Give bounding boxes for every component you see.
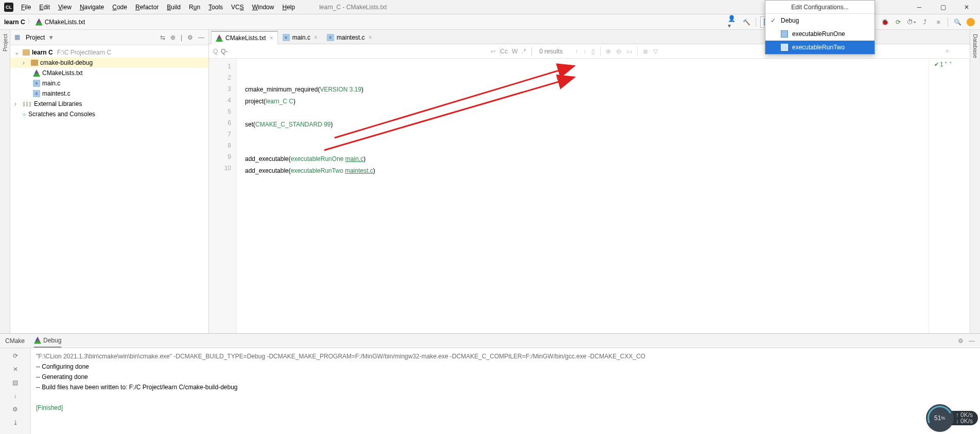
project-tree[interactable]: ⌄ learn C F:\C Project\learn C › cmake-b… — [10, 45, 208, 121]
config-executableruntwo[interactable]: executableRunTwo — [765, 41, 874, 54]
window-close[interactable]: ✕ — [956, 1, 977, 13]
project-icon: ▦ — [14, 33, 23, 42]
debug-icon[interactable]: 🐞 — [880, 17, 890, 27]
edit-configurations-item[interactable]: Edit Configurations... — [765, 1, 874, 14]
tree-scratches[interactable]: ⟐ Scratches and Consoles — [10, 109, 208, 119]
updates-icon[interactable] — [966, 17, 976, 27]
check-icon: ✓ — [771, 17, 777, 24]
tree-root[interactable]: ⌄ learn C F:\C Project\learn C — [10, 47, 208, 58]
select-all-occurrences-icon[interactable]: ▭ — [626, 48, 632, 55]
divider: | — [181, 34, 182, 41]
export-icon[interactable]: ⤓ — [11, 418, 20, 427]
c-file-icon: c — [33, 80, 40, 87]
tab-debug[interactable]: Debug — [34, 334, 61, 348]
stop-icon[interactable]: ■ — [933, 17, 943, 27]
profile-debug-item[interactable]: ✓ Debug — [765, 14, 874, 27]
find-input[interactable]: Q ↩ — [209, 48, 500, 55]
menu-navigate[interactable]: Navigate — [76, 2, 108, 13]
tab-main-c[interactable]: c main.c × — [278, 30, 322, 44]
tab-cmakelists[interactable]: CMakeLists.txt × — [211, 31, 278, 44]
tree-node-main-c[interactable]: c main.c — [10, 78, 208, 88]
breadcrumb-root[interactable]: learn C — [4, 19, 25, 26]
exe-icon — [781, 30, 788, 38]
gear-icon[interactable]: ⚙ — [187, 34, 193, 41]
close-tab-icon[interactable]: × — [369, 34, 372, 41]
menu-run[interactable]: Run — [185, 2, 204, 13]
search-everywhere-icon[interactable]: 🔍 — [952, 17, 962, 27]
match-case-icon[interactable]: Cc — [500, 48, 508, 55]
hammer-build-icon[interactable]: 🔨 — [741, 17, 751, 27]
remove-selection-icon[interactable]: ⊖ — [616, 48, 621, 55]
select-opened-icon[interactable]: ⊕ — [170, 34, 176, 41]
regex-icon[interactable]: .* — [522, 48, 526, 55]
folder-icon — [31, 60, 38, 66]
folder-icon — [23, 49, 30, 56]
filter-options-icon[interactable]: ≣ — [643, 48, 648, 55]
menu-window[interactable]: Window — [249, 2, 278, 13]
prev-match-icon[interactable]: ↑ — [575, 48, 578, 55]
menu-tools[interactable]: Tools — [205, 2, 226, 13]
project-header: ▦ Project ▼ ⇆ ⊕ | ⚙ — — [10, 30, 208, 45]
cpu-circle[interactable]: 51% — [926, 404, 954, 432]
reload-icon[interactable]: ⟳ — [11, 351, 20, 360]
profile-icon[interactable]: ⏱▾ — [906, 17, 917, 27]
chevron-down-icon[interactable]: ▼ — [48, 34, 54, 41]
select-all-icon[interactable]: ▯ — [591, 48, 595, 55]
app-icon: CL — [4, 3, 13, 12]
close-find-icon[interactable]: × — [946, 48, 970, 55]
attach-icon[interactable]: ⤴ — [920, 17, 930, 27]
breadcrumb[interactable]: learn C 〉 CMakeLists.txt — [4, 17, 85, 26]
filter-icon[interactable]: ▽ — [653, 48, 658, 55]
menu-edit[interactable]: Edit — [36, 2, 54, 13]
stop-icon[interactable]: ✕ — [11, 365, 20, 374]
add-selection-icon[interactable]: ⊕ — [606, 48, 611, 55]
config-executablerunone[interactable]: executableRunOne — [765, 27, 874, 41]
menu-code[interactable]: Code — [109, 2, 131, 13]
breadcrumb-file[interactable]: CMakeLists.txt — [45, 19, 85, 26]
menu-vcs[interactable]: VCS — [227, 2, 248, 13]
tree-node-maintest-c[interactable]: c maintest.c — [10, 88, 208, 99]
bottom-tool-window: CMake Debug ⚙ — ⟳ ✕ ▤ ↓ ⚙ ⤓ "F:\CLion 20… — [0, 333, 980, 434]
menu-build[interactable]: Build — [163, 2, 184, 13]
menu-file[interactable]: File — [18, 2, 34, 13]
find-field[interactable] — [221, 48, 487, 55]
close-tab-icon[interactable]: × — [314, 34, 318, 41]
tree-node-cmakelists[interactable]: CMakeLists.txt — [10, 68, 208, 78]
tab-maintest-c[interactable]: c maintest.c × — [322, 30, 377, 44]
hide-icon[interactable]: — — [198, 34, 204, 41]
main-menu: File Edit View Navigate Code Refactor Bu… — [18, 2, 299, 13]
rail-database[interactable]: Database — [972, 34, 978, 58]
next-match-icon[interactable]: ↓ — [583, 48, 586, 55]
exe-icon — [781, 44, 788, 51]
tab-cmake[interactable]: CMake — [5, 334, 25, 348]
menu-view[interactable]: View — [55, 2, 75, 13]
rail-project[interactable]: Project — [2, 34, 8, 51]
layout-icon[interactable]: ▤ — [11, 378, 20, 387]
cmake-icon — [33, 69, 40, 77]
tree-external-libraries[interactable]: ›⫿⫿⫿ External Libraries — [10, 99, 208, 109]
gear-icon[interactable]: ⚙ — [958, 337, 964, 345]
console-output[interactable]: "F:\CLion 2021.1.3\bin\cmake\win\bin\cma… — [31, 348, 980, 434]
cmake-icon — [34, 337, 41, 344]
window-title: learn_C - CMakeLists.txt — [319, 4, 387, 11]
tree-node-cmake-build-debug[interactable]: › cmake-build-debug — [10, 58, 208, 68]
c-file-icon: c — [327, 34, 334, 41]
inspection-ok-icon[interactable]: ✔1 ˄ ˅ — [929, 61, 970, 68]
window-maximize[interactable]: ▢ — [933, 1, 953, 13]
coverage-icon[interactable]: ⟳ — [893, 17, 903, 27]
run-configuration-dropdown: Edit Configurations... ✓ Debug executabl… — [765, 0, 875, 55]
user-icon[interactable]: 👤▾ — [728, 17, 738, 27]
cmake-icon — [36, 19, 43, 26]
window-minimize[interactable]: ─ — [909, 1, 930, 13]
down-icon[interactable]: ↓ — [11, 391, 20, 401]
words-icon[interactable]: W — [512, 48, 517, 55]
menu-refactor[interactable]: Refactor — [132, 2, 162, 13]
settings-icon[interactable]: ⚙ — [11, 405, 20, 414]
history-icon[interactable]: ↩ — [491, 48, 496, 55]
close-tab-icon[interactable]: × — [270, 34, 273, 42]
hide-panel-icon[interactable]: — — [969, 337, 975, 345]
menu-help[interactable]: Help — [278, 2, 299, 13]
search-icon: Q — [213, 48, 218, 55]
collapse-icon[interactable]: ⇆ — [160, 34, 165, 41]
project-title[interactable]: Project — [26, 34, 45, 41]
